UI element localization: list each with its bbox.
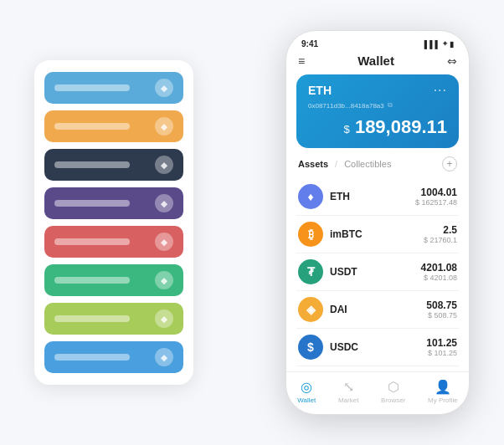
battery-icon: ▮ xyxy=(450,40,454,49)
token-balance: 508.75 xyxy=(426,299,457,311)
token-usd: $ 4201.08 xyxy=(421,274,457,282)
card-line xyxy=(54,277,130,284)
nav-icon-wallet: ◎ xyxy=(301,379,312,395)
nav-item-my-profile[interactable]: 👤My Profile xyxy=(428,379,458,404)
wifi-icon: ⌖ xyxy=(443,39,447,49)
card-icon: ◆ xyxy=(155,194,173,212)
nav-item-browser[interactable]: ⬡Browser xyxy=(381,379,405,404)
signal-icon: ▌▌▌ xyxy=(424,40,440,49)
token-logo: ₮ xyxy=(298,259,323,284)
phone-header: ≡ Wallet ⇔ xyxy=(286,52,469,74)
token-usd: $ 508.75 xyxy=(426,311,457,320)
token-item[interactable]: ◈DAI508.75$ 508.75 xyxy=(296,291,459,329)
card-icon: ◆ xyxy=(155,309,173,328)
eth-card-address: 0x08711d3b...8418a78a3 ⧉ xyxy=(308,101,447,110)
token-list: ♦ETH1004.01$ 162517.48₿imBTC2.5$ 21760.1… xyxy=(286,178,469,371)
nav-label-my-profile: My Profile xyxy=(428,396,458,404)
token-info: ETH xyxy=(330,191,415,202)
eth-card-name: ETH xyxy=(308,84,332,97)
card-icon: ◆ xyxy=(155,79,173,97)
token-amounts: 508.75$ 508.75 xyxy=(426,299,457,320)
token-usd: $ 101.25 xyxy=(426,349,457,357)
card-item[interactable]: ◆ xyxy=(44,303,183,335)
eth-card: ETH ··· 0x08711d3b...8418a78a3 ⧉ $ 189,0… xyxy=(296,74,459,148)
card-item[interactable]: ◆ xyxy=(44,187,183,219)
collectibles-tab[interactable]: Collectibles xyxy=(344,159,391,169)
eth-balance: $ 189,089.11 xyxy=(308,116,447,138)
token-item[interactable]: ₮USDT4201.08$ 4201.08 xyxy=(296,253,459,291)
assets-tab[interactable]: Assets xyxy=(298,159,328,169)
card-stack: ◆◆◆◆◆◆◆◆ xyxy=(34,60,193,385)
token-amounts: 2.5$ 21760.1 xyxy=(424,224,457,244)
card-line xyxy=(54,123,130,130)
token-symbol: DAI xyxy=(330,304,426,315)
token-item[interactable]: ₿imBTC2.5$ 21760.1 xyxy=(296,216,459,253)
token-balance: 101.25 xyxy=(426,337,457,349)
card-icon: ◆ xyxy=(155,156,173,174)
card-item[interactable]: ◆ xyxy=(44,110,183,142)
token-symbol: USDC xyxy=(330,341,426,353)
nav-label-browser: Browser xyxy=(381,396,405,404)
assets-header: Assets / Collectibles + xyxy=(286,156,469,178)
card-icon: ◆ xyxy=(155,233,173,251)
token-balance: 4201.08 xyxy=(421,262,457,274)
card-line xyxy=(54,238,130,245)
eth-card-menu[interactable]: ··· xyxy=(434,83,447,98)
card-line xyxy=(54,200,130,207)
nav-item-market[interactable]: ⤡Market xyxy=(338,379,358,404)
tab-separator: / xyxy=(335,159,337,169)
card-line xyxy=(54,84,130,91)
scene: ◆◆◆◆◆◆◆◆ 9:41 ▌▌▌ ⌖ ▮ ≡ Wallet ⇔ ETH ···… xyxy=(18,18,486,427)
add-token-button[interactable]: + xyxy=(442,156,457,171)
nav-icon-browser: ⬡ xyxy=(388,379,399,395)
token-balance: 2.5 xyxy=(424,224,457,236)
phone: 9:41 ▌▌▌ ⌖ ▮ ≡ Wallet ⇔ ETH ··· 0x08711d… xyxy=(285,30,470,415)
assets-tabs: Assets / Collectibles xyxy=(298,159,391,169)
token-symbol: ETH xyxy=(330,191,415,202)
token-symbol: imBTC xyxy=(330,228,424,240)
card-item[interactable]: ◆ xyxy=(44,264,183,296)
token-logo: ♦ xyxy=(298,184,323,209)
token-symbol: USDT xyxy=(330,266,421,278)
nav-icon-market: ⤡ xyxy=(343,379,354,395)
copy-icon[interactable]: ⧉ xyxy=(388,101,393,110)
token-logo: ◈ xyxy=(298,297,323,322)
token-amounts: 1004.01$ 162517.48 xyxy=(415,187,457,207)
card-item[interactable]: ◆ xyxy=(44,149,183,181)
card-item[interactable]: ◆ xyxy=(44,341,183,373)
card-line xyxy=(54,161,130,168)
nav-label-market: Market xyxy=(338,396,358,404)
token-logo: ₿ xyxy=(298,222,323,247)
token-amounts: 101.25$ 101.25 xyxy=(426,337,457,357)
time: 9:41 xyxy=(301,39,318,49)
nav-icon-my-profile: 👤 xyxy=(435,379,451,395)
menu-icon[interactable]: ≡ xyxy=(298,54,305,68)
balance-value: 189,089.11 xyxy=(355,116,447,137)
scan-icon[interactable]: ⇔ xyxy=(447,54,457,68)
token-info: DAI xyxy=(330,304,426,315)
token-item[interactable]: ♦ETH1004.01$ 162517.48 xyxy=(296,178,459,216)
token-info: USDT xyxy=(330,266,421,278)
status-icons: ▌▌▌ ⌖ ▮ xyxy=(424,39,454,49)
token-info: imBTC xyxy=(330,228,424,240)
status-bar: 9:41 ▌▌▌ ⌖ ▮ xyxy=(286,31,469,52)
bottom-nav: ◎Wallet⤡Market⬡Browser👤My Profile xyxy=(286,371,469,414)
card-icon: ◆ xyxy=(155,271,173,289)
token-info: USDC xyxy=(330,341,426,353)
card-line xyxy=(54,354,130,361)
token-amounts: 4201.08$ 4201.08 xyxy=(421,262,457,282)
card-icon: ◆ xyxy=(155,348,173,366)
nav-item-wallet[interactable]: ◎Wallet xyxy=(297,379,316,404)
wallet-title: Wallet xyxy=(357,54,394,68)
token-balance: 1004.01 xyxy=(415,187,457,198)
token-item[interactable]: $USDC101.25$ 101.25 xyxy=(296,329,459,366)
card-item[interactable]: ◆ xyxy=(44,72,183,104)
nav-label-wallet: Wallet xyxy=(297,396,316,404)
card-icon: ◆ xyxy=(155,117,173,136)
card-item[interactable]: ◆ xyxy=(44,226,183,258)
token-usd: $ 162517.48 xyxy=(415,198,457,207)
token-logo: $ xyxy=(298,335,323,360)
eth-card-header: ETH ··· xyxy=(308,83,447,98)
token-usd: $ 21760.1 xyxy=(424,236,457,244)
currency-symbol: $ xyxy=(344,123,350,136)
